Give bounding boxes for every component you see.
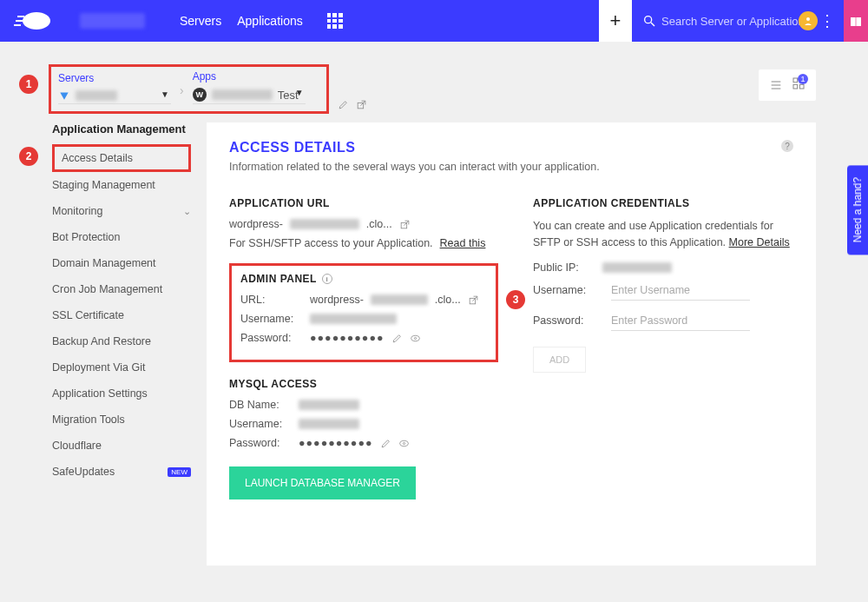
search-icon — [642, 14, 656, 28]
top-nav: Servers Applications — [180, 14, 303, 28]
crumb-apps-label: Apps — [193, 70, 306, 83]
sidebar-item-domain[interactable]: Domain Management — [52, 250, 191, 276]
app-name-blurred — [212, 89, 273, 100]
add-button[interactable]: + — [599, 0, 632, 42]
svg-point-3 — [806, 17, 810, 21]
svg-point-18 — [414, 337, 416, 339]
admin-url-suffix: .clo... — [435, 294, 461, 306]
view-toggle: 1 — [759, 69, 816, 101]
kebab-menu-icon[interactable]: ⋮ — [819, 11, 835, 30]
sidebar-item-cloudflare[interactable]: Cloudflare — [52, 433, 191, 459]
eye-icon[interactable] — [410, 333, 421, 344]
svg-rect-13 — [793, 84, 798, 89]
list-view-icon[interactable] — [769, 78, 783, 92]
nav-applications[interactable]: Applications — [237, 14, 303, 28]
panel-subtitle: Information related to the several ways … — [229, 161, 793, 173]
mysql-pass-dots: ●●●●●●●●●● — [299, 437, 373, 449]
gift-icon[interactable] — [844, 0, 868, 42]
external-link-icon[interactable] — [468, 294, 479, 306]
cred-password-input[interactable] — [611, 311, 750, 331]
crumb-servers-label: Servers — [58, 72, 171, 84]
server-selector[interactable]: ▼ — [58, 89, 171, 104]
pencil-icon[interactable] — [380, 438, 391, 449]
logo[interactable] — [10, 8, 54, 34]
sidebar-item-backup[interactable]: Backup And Restore — [52, 328, 191, 354]
admin-pass-dots: ●●●●●●●●●● — [310, 332, 385, 344]
sidebar-item-ssl[interactable]: SSL Certificate — [52, 302, 191, 328]
launch-db-manager-button[interactable]: LAUNCH DATABASE MANAGER — [229, 466, 416, 499]
svg-point-0 — [23, 12, 50, 30]
left-column: APPLICATION URL wordpress-.clo... For SS… — [229, 197, 498, 499]
section-app-url: APPLICATION URL — [229, 197, 498, 209]
public-ip-label: Public IP: — [533, 261, 595, 274]
app-url-suffix: .clo... — [366, 218, 392, 230]
read-this-link[interactable]: Read this — [440, 237, 486, 249]
credentials-desc: You can create and use Application crede… — [533, 218, 793, 251]
pencil-icon[interactable] — [391, 333, 403, 344]
eye-icon[interactable] — [398, 438, 410, 449]
brand-text-blurred — [80, 13, 145, 29]
breadcrumb-box: Servers ▼ › Apps W Test ▼ — [49, 64, 329, 114]
mysql-user-label: Username: — [229, 418, 292, 430]
section-admin-panel: ADMIN PANELi — [240, 273, 487, 285]
external-link-icon[interactable] — [399, 219, 411, 230]
help-tab[interactable]: Need a hand? — [847, 165, 868, 255]
callout-2: 2 — [19, 147, 38, 166]
caret-down-icon: ▼ — [295, 88, 304, 97]
main: 2 Application Management Access Details … — [0, 122, 868, 583]
search-input[interactable] — [661, 15, 800, 28]
admin-user-label: Username: — [240, 313, 303, 325]
svg-rect-11 — [793, 78, 798, 83]
section-mysql: MYSQL ACCESS — [229, 378, 498, 390]
new-badge: NEW — [168, 467, 191, 477]
app-url-prefix: wordpress- — [229, 218, 283, 230]
cred-user-label: Username: — [533, 284, 594, 296]
sidebar-item-git[interactable]: Deployment Via Git — [52, 354, 191, 380]
section-credentials: APPLICATION CREDENTIALS — [533, 197, 793, 209]
cred-username-input[interactable] — [611, 281, 750, 301]
sidebar-item-access-details[interactable]: Access Details — [52, 144, 191, 172]
add-credentials-button[interactable]: ADD — [533, 347, 586, 373]
search-area — [642, 14, 800, 28]
svg-line-2 — [651, 23, 654, 26]
public-ip-blurred — [602, 262, 672, 273]
callout-3: 3 — [506, 290, 525, 309]
svg-rect-14 — [799, 84, 804, 89]
callout-1: 1 — [19, 75, 38, 94]
sidebar-item-staging[interactable]: Staging Management — [52, 172, 191, 198]
nav-servers[interactable]: Servers — [180, 14, 221, 28]
admin-pass-label: Password: — [240, 332, 303, 344]
breadcrumb-actions — [338, 99, 367, 110]
sidebar-item-app-settings[interactable]: Application Settings — [52, 380, 191, 407]
apps-grid-icon[interactable] — [327, 13, 343, 29]
ssh-text: For SSH/SFTP access to your Application. — [229, 237, 433, 249]
sidebar-item-bot-protection[interactable]: Bot Protection — [52, 224, 191, 250]
cred-pass-label: Password: — [533, 314, 594, 327]
view-badge: 1 — [798, 74, 808, 84]
mysql-db-blurred — [299, 400, 359, 410]
sidebar-heading: Application Management — [52, 122, 191, 136]
sidebar-item-monitoring[interactable]: Monitoring⌄ — [52, 198, 191, 224]
app-selector[interactable]: W Test ▼ — [193, 88, 306, 104]
svg-point-17 — [411, 335, 419, 341]
admin-url-prefix: wordpress- — [310, 294, 364, 306]
avatar[interactable] — [799, 11, 818, 30]
caret-down-icon: ▼ — [161, 89, 169, 99]
mysql-user-blurred — [299, 419, 359, 429]
svg-point-20 — [403, 442, 404, 444]
pencil-icon[interactable] — [338, 99, 349, 110]
svg-point-19 — [399, 440, 408, 447]
more-details-link[interactable]: More Details — [729, 236, 790, 248]
sidebar-item-safeupdates[interactable]: SafeUpdatesNEW — [52, 459, 191, 485]
server-name-blurred — [76, 90, 117, 101]
app-url-blurred — [290, 219, 359, 229]
svg-point-1 — [645, 17, 652, 23]
info-icon[interactable]: i — [322, 274, 332, 284]
sidebar-item-migration[interactable]: Migration Tools — [52, 407, 191, 433]
sidebar-item-cron[interactable]: Cron Job Management — [52, 276, 191, 302]
external-link-icon[interactable] — [356, 99, 367, 110]
wordpress-icon: W — [193, 88, 207, 102]
admin-panel-box: 3 ADMIN PANELi URL:wordpress-.clo... Use… — [229, 263, 498, 362]
panel: ACCESS DETAILS ? Information related to … — [207, 122, 816, 566]
help-icon[interactable]: ? — [781, 140, 793, 152]
